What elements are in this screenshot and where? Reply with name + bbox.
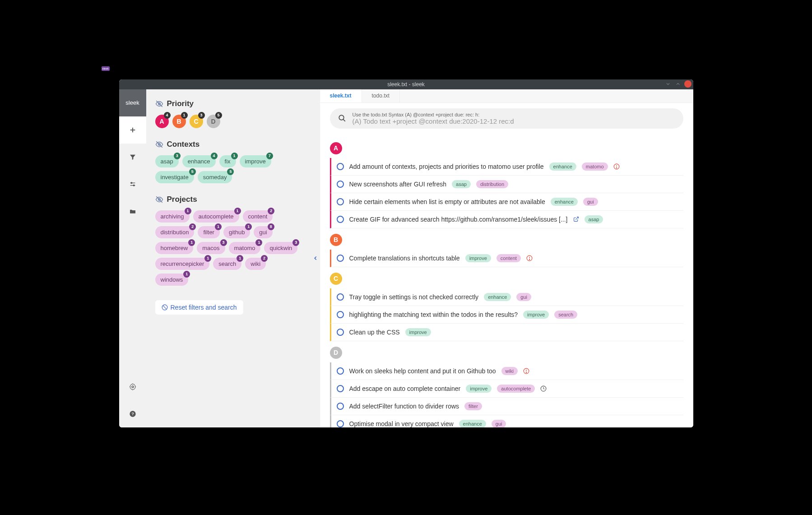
add-todo-button[interactable] [119, 116, 146, 144]
complete-checkbox[interactable] [337, 198, 344, 205]
priority-chip-D[interactable]: D5 [207, 115, 220, 128]
badge: 1 [181, 112, 188, 119]
maximize-button[interactable] [674, 80, 682, 88]
project-tag[interactable]: autocomplete [497, 385, 535, 393]
complete-checkbox[interactable] [337, 163, 344, 170]
todo-row[interactable]: Add selectFilter function to divider row… [330, 398, 683, 415]
context-tag[interactable]: enhance [484, 293, 511, 301]
context-chip-asap[interactable]: asap3 [155, 155, 179, 167]
context-tag[interactable]: enhance [549, 162, 576, 171]
project-chip-content[interactable]: content2 [243, 210, 273, 223]
project-tag[interactable]: distribution [476, 180, 508, 188]
todo-row[interactable]: highlighting the matching text within th… [330, 306, 683, 324]
complete-checkbox[interactable] [337, 216, 344, 223]
context-chip-fix[interactable]: fix1 [219, 155, 236, 167]
context-tag[interactable]: improve [466, 385, 492, 393]
minimize-button[interactable] [664, 80, 672, 88]
project-chip-gui[interactable]: gui8 [254, 226, 272, 238]
context-chip-improve[interactable]: improve7 [240, 155, 271, 167]
context-chip-investigate[interactable]: investigate5 [155, 171, 194, 183]
project-chip-autocomplete[interactable]: autocomplete1 [193, 210, 239, 223]
help-nav-button[interactable]: ? [119, 400, 146, 427]
complete-checkbox[interactable] [337, 385, 344, 392]
complete-checkbox[interactable] [337, 311, 344, 318]
badge: 1 [188, 239, 195, 246]
todo-row[interactable]: Optimise modal in very compact viewenhan… [330, 415, 683, 427]
project-chip-windows[interactable]: windows1 [155, 274, 189, 286]
project-chip-github[interactable]: github1 [223, 226, 250, 238]
todo-text: highlighting the matching text within th… [349, 311, 518, 318]
todo-row[interactable]: Add amount of contexts, projects and pri… [330, 158, 683, 176]
context-tag[interactable]: improve [523, 311, 549, 319]
todo-row[interactable]: Hide certain elements when list is empty… [330, 193, 683, 211]
settings-nav-button[interactable] [119, 373, 146, 400]
complete-checkbox[interactable] [337, 367, 344, 375]
project-chip-homebrew[interactable]: homebrew1 [155, 242, 194, 254]
project-chip-matomo[interactable]: matomo1 [229, 242, 261, 254]
priority-group-header: C [330, 273, 342, 285]
context-tag[interactable]: improve [405, 328, 431, 336]
eye-off-icon[interactable] [155, 100, 163, 108]
input-placeholder: (A) Todo text +project @context due:2020… [353, 117, 675, 125]
reset-filters-button[interactable]: Reset filters and search [155, 300, 243, 315]
project-tag[interactable]: filter [464, 402, 482, 410]
project-chip-archiving[interactable]: archiving1 [155, 210, 190, 223]
file-tab[interactable]: todo.txt [362, 89, 400, 102]
project-tag[interactable]: search [554, 311, 577, 319]
project-chip-wiki[interactable]: wiki2 [245, 258, 266, 270]
todo-row[interactable]: New screenshots after GUI refreshasapdis… [330, 176, 683, 193]
priority-chip-B[interactable]: B1 [172, 115, 186, 128]
project-chip-quickwin[interactable]: quickwin3 [264, 242, 297, 254]
external-link-icon[interactable] [573, 216, 579, 222]
priority-group-header: A [330, 142, 342, 154]
complete-checkbox[interactable] [337, 255, 344, 262]
complete-checkbox[interactable] [337, 329, 344, 336]
priority-chip-C[interactable]: C3 [190, 115, 203, 128]
alert-icon [526, 255, 533, 261]
filter-nav-button[interactable] [119, 144, 146, 171]
close-button[interactable] [684, 80, 691, 88]
context-tag[interactable]: enhance [459, 420, 486, 427]
eye-off-icon[interactable] [155, 195, 163, 204]
add-todo-input[interactable]: Use the todo.txt Syntax (A) @context +pr… [330, 108, 683, 129]
priority-chip-A[interactable]: A4 [155, 115, 169, 128]
context-tag[interactable]: asap [452, 180, 471, 188]
project-tag[interactable]: gui [583, 198, 598, 206]
complete-checkbox[interactable] [337, 420, 344, 427]
collapse-drawer-button[interactable] [311, 89, 320, 427]
taskbar-app-icon[interactable]: sleek [102, 66, 110, 71]
project-tag[interactable]: content [496, 254, 521, 262]
todo-row[interactable]: Create GIF for advanced search https://g… [330, 211, 683, 228]
project-tag[interactable]: gui [492, 420, 506, 427]
project-tag[interactable]: matomo [582, 162, 608, 171]
todo-row[interactable]: Clean up the CSSimprove [330, 324, 683, 341]
context-tag[interactable]: improve [465, 254, 491, 262]
files-nav-button[interactable] [119, 198, 146, 225]
complete-checkbox[interactable] [337, 181, 344, 188]
eye-off-icon[interactable] [155, 140, 163, 148]
complete-checkbox[interactable] [337, 403, 344, 410]
project-tag[interactable]: wiki [501, 367, 518, 375]
todo-row[interactable]: Tray toggle in settings is not checked c… [330, 288, 683, 306]
badge: 1 [183, 271, 190, 278]
complete-checkbox[interactable] [337, 293, 344, 301]
view-nav-button[interactable] [119, 171, 146, 198]
todo-row[interactable]: Work on sleeks help content and put it o… [330, 362, 683, 380]
todo-row[interactable]: Complete translations in shortcuts table… [330, 250, 683, 267]
file-tabs: sleek.txttodo.txt [320, 89, 693, 103]
window-title: sleek.txt - sleek [387, 81, 425, 88]
project-chip-macos[interactable]: macos3 [197, 242, 225, 254]
svg-line-22 [575, 217, 578, 220]
context-chip-enhance[interactable]: enhance4 [182, 155, 216, 167]
project-tag[interactable]: gui [516, 293, 531, 301]
context-tag[interactable]: enhance [551, 198, 578, 206]
todo-row[interactable]: Add escape on auto complete containerimp… [330, 380, 683, 398]
file-tab[interactable]: sleek.txt [320, 89, 362, 102]
project-chip-recurrencepicker[interactable]: recurrencepicker1 [155, 258, 210, 270]
context-chip-someday[interactable]: someday5 [198, 171, 232, 183]
context-tag[interactable]: asap [585, 215, 603, 223]
project-chip-filter[interactable]: filter1 [198, 226, 220, 238]
clock-icon [540, 385, 547, 392]
project-chip-search[interactable]: search1 [213, 258, 241, 270]
project-chip-distribution[interactable]: distribution2 [155, 226, 195, 238]
